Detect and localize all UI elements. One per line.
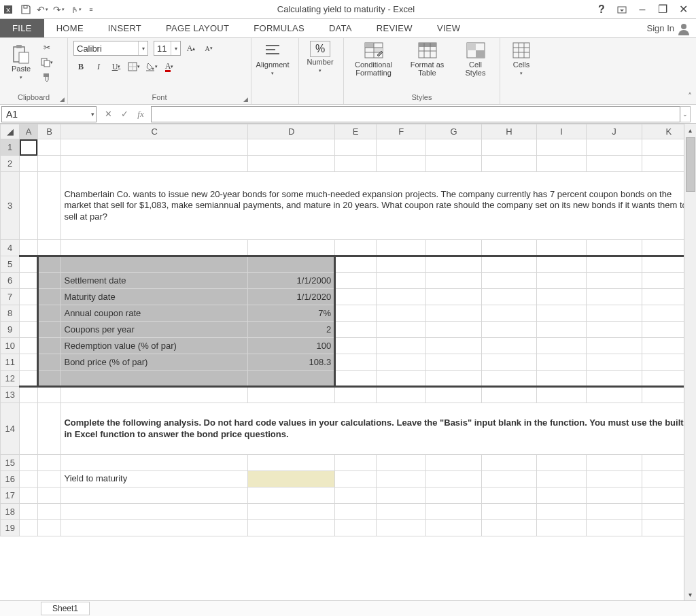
number-button[interactable]: % Number ▾: [304, 41, 336, 73]
conditional-formatting-button[interactable]: Conditional Formatting: [350, 41, 398, 77]
cut-icon[interactable]: ✂: [39, 41, 54, 54]
vertical-scrollbar[interactable]: ▴ ▾: [684, 124, 696, 600]
col-header[interactable]: B: [37, 124, 61, 139]
copy-icon[interactable]: ▾: [39, 56, 54, 69]
ytm-label[interactable]: Yield to maturity: [61, 471, 248, 487]
row-header[interactable]: 17: [1, 487, 20, 504]
ribbon-display-icon[interactable]: [614, 2, 629, 17]
bold-button[interactable]: B: [73, 60, 88, 73]
italic-button[interactable]: I: [91, 60, 106, 73]
chevron-down-icon[interactable]: ▾: [91, 111, 94, 118]
tab-insert[interactable]: INSERT: [96, 19, 154, 37]
cell-styles-button[interactable]: Cell Styles: [457, 41, 494, 77]
font-size-combo[interactable]: 11 ▾: [154, 41, 181, 56]
coupon-rate-label[interactable]: Annual coupon rate: [61, 305, 248, 322]
tab-view[interactable]: VIEW: [425, 19, 472, 37]
underline-button[interactable]: U▾: [109, 60, 124, 73]
tab-page-layout[interactable]: PAGE LAYOUT: [154, 19, 241, 37]
cells-button[interactable]: Cells ▾: [506, 41, 537, 76]
sheet-tab[interactable]: Sheet1: [41, 602, 90, 615]
clipboard-dialog-launcher-icon[interactable]: ◢: [60, 96, 65, 103]
row-header[interactable]: 9: [1, 322, 20, 338]
row-header[interactable]: 5: [1, 256, 20, 273]
row-header[interactable]: 10: [1, 338, 20, 354]
worksheet-grid[interactable]: ◢ A B C D E F G H I J K 1 2 3 Chamberlai…: [0, 124, 696, 601]
row-header[interactable]: 8: [1, 305, 20, 322]
row-header[interactable]: 12: [1, 371, 20, 387]
row-header[interactable]: 14: [1, 403, 20, 455]
save-icon[interactable]: [19, 3, 33, 16]
alignment-button[interactable]: Alignment ▾: [257, 41, 288, 76]
col-header[interactable]: A: [20, 124, 37, 139]
font-name-combo[interactable]: Calibri ▾: [73, 41, 148, 56]
name-box[interactable]: A1 ▾: [1, 106, 97, 122]
expand-formula-bar-icon[interactable]: ⌄: [680, 106, 691, 122]
row-header[interactable]: 6: [1, 273, 20, 289]
redemption-value[interactable]: 100: [248, 338, 335, 354]
ytm-answer-cell[interactable]: [248, 471, 335, 487]
font-dialog-launcher-icon[interactable]: ◢: [243, 96, 248, 103]
maturity-date-value[interactable]: 1/1/2020: [248, 289, 335, 305]
tab-home[interactable]: HOME: [44, 19, 96, 37]
coupons-per-year-value[interactable]: 2: [248, 322, 335, 338]
collapse-ribbon-icon[interactable]: ˄: [688, 92, 692, 101]
fill-color-icon[interactable]: ▾: [144, 60, 159, 73]
col-header[interactable]: G: [426, 124, 481, 139]
bond-price-value[interactable]: 108.3: [248, 354, 335, 371]
row-header[interactable]: 11: [1, 354, 20, 371]
col-header[interactable]: I: [537, 124, 587, 139]
redo-icon[interactable]: ↷▾: [52, 3, 65, 16]
row-header[interactable]: 19: [1, 520, 20, 536]
col-header[interactable]: E: [335, 124, 377, 139]
col-header[interactable]: J: [587, 124, 642, 139]
formula-input[interactable]: [151, 106, 680, 122]
row-header[interactable]: 4: [1, 240, 20, 256]
row-header[interactable]: 1: [1, 139, 20, 156]
row-header[interactable]: 2: [1, 156, 20, 172]
cell-A1[interactable]: [20, 139, 37, 156]
cancel-formula-icon[interactable]: ✕: [101, 107, 116, 121]
undo-icon[interactable]: ↶▾: [35, 3, 49, 16]
format-painter-icon[interactable]: [39, 71, 54, 84]
help-icon[interactable]: ?: [594, 2, 609, 17]
col-header[interactable]: D: [248, 124, 335, 139]
col-header[interactable]: F: [377, 124, 426, 139]
instruction-text[interactable]: Complete the following analysis. Do not …: [61, 403, 696, 455]
decrease-font-icon[interactable]: A▾: [201, 41, 216, 55]
maturity-date-label[interactable]: Maturity date: [61, 289, 248, 305]
settlement-date-value[interactable]: 1/1/2000: [248, 273, 335, 289]
close-icon[interactable]: ✕: [676, 2, 691, 17]
row-header[interactable]: 18: [1, 504, 20, 520]
scrollbar-thumb[interactable]: [686, 137, 695, 192]
increase-font-icon[interactable]: A▴: [184, 41, 198, 55]
tab-review[interactable]: REVIEW: [364, 19, 425, 37]
sign-in-link[interactable]: Sign In: [642, 19, 696, 37]
tab-data[interactable]: DATA: [317, 19, 364, 37]
paste-button[interactable]: Paste ▾: [5, 45, 37, 80]
minimize-icon[interactable]: –: [635, 2, 650, 17]
row-header[interactable]: 13: [1, 387, 20, 403]
scroll-down-icon[interactable]: ▾: [684, 588, 696, 600]
restore-icon[interactable]: ❐: [655, 2, 670, 17]
font-color-icon[interactable]: A▾: [162, 60, 177, 73]
scroll-up-icon[interactable]: ▴: [684, 124, 696, 136]
select-all-corner[interactable]: ◢: [1, 124, 20, 139]
settlement-date-label[interactable]: Settlement date: [61, 273, 248, 289]
coupons-per-year-label[interactable]: Coupons per year: [61, 322, 248, 338]
touch-mode-icon[interactable]: ▾: [68, 3, 82, 16]
problem-text[interactable]: Chamberlain Co. wants to issue new 20-ye…: [61, 172, 696, 240]
row-header[interactable]: 16: [1, 471, 20, 487]
row-header[interactable]: 3: [1, 172, 20, 240]
col-header[interactable]: C: [61, 124, 248, 139]
coupon-rate-value[interactable]: 7%: [248, 305, 335, 322]
row-header[interactable]: 15: [1, 455, 20, 471]
customize-qat-icon[interactable]: ≡: [84, 3, 98, 16]
col-header[interactable]: H: [481, 124, 536, 139]
row-header[interactable]: 7: [1, 289, 20, 305]
chevron-down-icon[interactable]: ▾: [138, 41, 147, 55]
insert-function-icon[interactable]: fx: [133, 107, 148, 121]
redemption-label[interactable]: Redemption value (% of par): [61, 338, 248, 354]
borders-icon[interactable]: ▾: [126, 60, 141, 73]
tab-file[interactable]: FILE: [0, 19, 44, 37]
enter-formula-icon[interactable]: ✓: [117, 107, 132, 121]
